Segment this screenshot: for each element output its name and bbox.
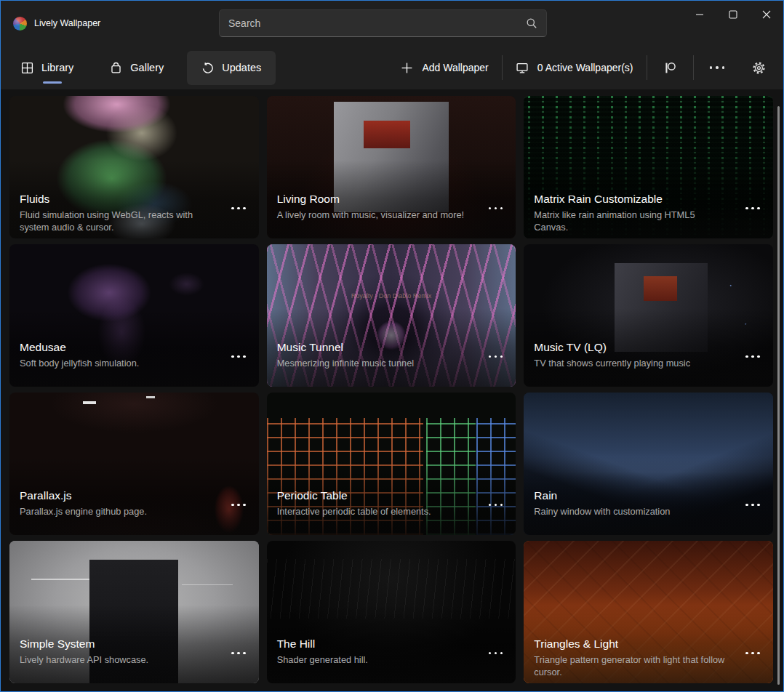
nav-actions: Add Wallpaper 0 Active Wallpaper(s) xyxy=(398,55,772,80)
grid-icon xyxy=(21,62,33,74)
wallpaper-card[interactable]: Matrix Rain Customizable Matrix like rai… xyxy=(524,96,773,238)
wallpaper-meta: Simple System Lively hardware API showca… xyxy=(9,637,259,683)
wallpaper-meta: Medusae Soft body jellyfish simulation. xyxy=(9,341,259,387)
gear-icon xyxy=(752,61,766,75)
wallpaper-card[interactable]: Living Room A lively room with music, vi… xyxy=(267,96,516,238)
wallpaper-description: Soft body jellyfish simulation. xyxy=(20,357,249,382)
card-more-button[interactable] xyxy=(743,204,763,213)
wallpaper-description: Parallax.js engine github page. xyxy=(20,505,249,531)
wallpaper-meta: Parallax.js Parallax.js engine github pa… xyxy=(9,489,259,535)
nav-tabs: Library Gallery Updates xyxy=(20,51,276,85)
tab-label: Updates xyxy=(222,62,261,73)
wallpaper-title: Periodic Table xyxy=(277,489,506,502)
wallpaper-title: Music TV (LQ) xyxy=(534,341,763,354)
wallpaper-description: Rainy window with customization xyxy=(534,505,763,531)
wallpaper-card[interactable]: Medusae Soft body jellyfish simulation. xyxy=(9,244,259,387)
titlebar[interactable]: Lively Wallpaper xyxy=(1,1,783,46)
wallpaper-description: Shader generated hill. xyxy=(277,653,506,679)
wallpaper-meta: Periodic Table Interactive periodic tabl… xyxy=(267,489,516,535)
wallpaper-meta: Fluids Fluid simulation using WebGL, rea… xyxy=(9,193,259,238)
wallpaper-description: Triangle pattern generator with light th… xyxy=(534,653,763,679)
monitor-icon xyxy=(516,62,529,74)
wallpaper-card[interactable]: Fluids Fluid simulation using WebGL, rea… xyxy=(9,96,259,238)
wallpaper-card[interactable]: Royalty - Don Diablo Remix Music Tunnel … xyxy=(267,244,516,387)
wallpaper-meta: Matrix Rain Customizable Matrix like rai… xyxy=(524,193,773,238)
active-wallpapers-button[interactable]: 0 Active Wallpaper(s) xyxy=(513,57,636,79)
wallpaper-meta: The Hill Shader generated hill. xyxy=(267,637,516,683)
card-more-button[interactable] xyxy=(486,204,506,213)
more-options-button[interactable] xyxy=(704,62,731,73)
card-more-button[interactable] xyxy=(486,353,506,361)
wallpaper-meta: Rain Rainy window with customization xyxy=(524,489,773,535)
divider xyxy=(502,55,503,80)
vertical-scrollbar[interactable] xyxy=(777,106,780,685)
wallpaper-title: Rain xyxy=(534,489,763,502)
wallpaper-card[interactable]: Parallax.js Parallax.js engine github pa… xyxy=(9,393,259,535)
tab-label: Gallery xyxy=(130,62,164,73)
wallpaper-card[interactable]: The Hill Shader generated hill. xyxy=(267,541,516,683)
search-box[interactable] xyxy=(219,9,547,37)
app-identity: Lively Wallpaper xyxy=(1,17,100,31)
ellipsis-icon xyxy=(710,66,725,69)
maximize-button[interactable] xyxy=(716,1,750,28)
wallpaper-description: Matrix like rain animation using HTML5 C… xyxy=(534,209,763,234)
add-wallpaper-button[interactable]: Add Wallpaper xyxy=(398,57,491,79)
wallpaper-title: The Hill xyxy=(277,637,506,651)
wallpaper-description: Interactive periodic table of elements. xyxy=(277,505,506,531)
library-content: Fluids Fluid simulation using WebGL, rea… xyxy=(1,89,783,691)
wallpaper-description: A lively room with music, visualizer and… xyxy=(277,209,506,234)
tab-library[interactable]: Library xyxy=(20,51,75,85)
wallpaper-title: Music Tunnel xyxy=(277,341,506,354)
plus-icon xyxy=(401,62,413,74)
wallpaper-grid: Fluids Fluid simulation using WebGL, rea… xyxy=(9,96,773,683)
app-title: Lively Wallpaper xyxy=(34,18,100,28)
tab-gallery[interactable]: Gallery xyxy=(108,51,165,85)
wallpaper-title: Parallax.js xyxy=(20,489,249,502)
card-more-button[interactable] xyxy=(743,501,763,510)
card-more-button[interactable] xyxy=(486,649,506,658)
wallpaper-card[interactable]: Rain Rainy window with customization xyxy=(524,393,773,535)
wallpaper-title: Simple System xyxy=(20,637,249,651)
wallpaper-title: Medusae xyxy=(20,341,249,354)
tab-updates[interactable]: Updates xyxy=(187,51,276,85)
settings-button[interactable] xyxy=(746,57,772,79)
wallpaper-meta: Music TV (LQ) TV that shows currently pl… xyxy=(524,341,773,387)
wallpaper-title: Triangles & Light xyxy=(534,637,763,651)
tab-label: Library xyxy=(41,62,73,73)
wallpaper-title: Matrix Rain Customizable xyxy=(534,193,763,206)
card-more-button[interactable] xyxy=(743,353,763,361)
wallpaper-card[interactable]: Simple System Lively hardware API showca… xyxy=(9,541,259,683)
divider xyxy=(647,55,647,80)
app-window: Lively Wallpaper xyxy=(0,0,784,692)
app-logo-icon xyxy=(13,17,27,31)
close-button[interactable] xyxy=(750,1,783,28)
wallpaper-meta: Triangles & Light Triangle pattern gener… xyxy=(524,637,773,683)
wallpaper-meta: Living Room A lively room with music, vi… xyxy=(267,193,516,238)
wallpaper-meta: Music Tunnel Mesmerizing infinite music … xyxy=(267,341,516,387)
window-controls xyxy=(683,1,783,28)
wallpaper-card[interactable]: Triangles & Light Triangle pattern gener… xyxy=(524,541,773,683)
wallpaper-description: Lively hardware API showcase. xyxy=(20,653,249,679)
wallpaper-description: Mesmerizing infinite music tunnel xyxy=(277,357,506,382)
card-more-button[interactable] xyxy=(486,501,506,510)
divider xyxy=(693,55,694,80)
card-more-button[interactable] xyxy=(228,353,249,361)
wallpaper-card[interactable]: Music TV (LQ) TV that shows currently pl… xyxy=(524,244,773,387)
wallpaper-description: TV that shows currently playing music xyxy=(534,357,763,382)
card-more-button[interactable] xyxy=(743,649,763,658)
wallpaper-description: Fluid simulation using WebGL, reacts wit… xyxy=(20,209,249,234)
minimize-button[interactable] xyxy=(683,1,716,28)
card-more-button[interactable] xyxy=(228,649,249,658)
wallpaper-title: Living Room xyxy=(277,193,506,206)
refresh-icon xyxy=(201,62,214,74)
navbar: Library Gallery Updates Add Wallpape xyxy=(1,46,783,89)
wallpaper-card[interactable]: Periodic Table Interactive periodic tabl… xyxy=(267,393,516,535)
wallpaper-title: Fluids xyxy=(20,193,249,206)
search-input[interactable] xyxy=(220,10,521,36)
card-more-button[interactable] xyxy=(228,501,249,510)
search-icon[interactable] xyxy=(521,17,546,29)
patreon-icon[interactable] xyxy=(657,57,683,79)
card-more-button[interactable] xyxy=(228,204,249,213)
bag-icon xyxy=(110,62,122,74)
